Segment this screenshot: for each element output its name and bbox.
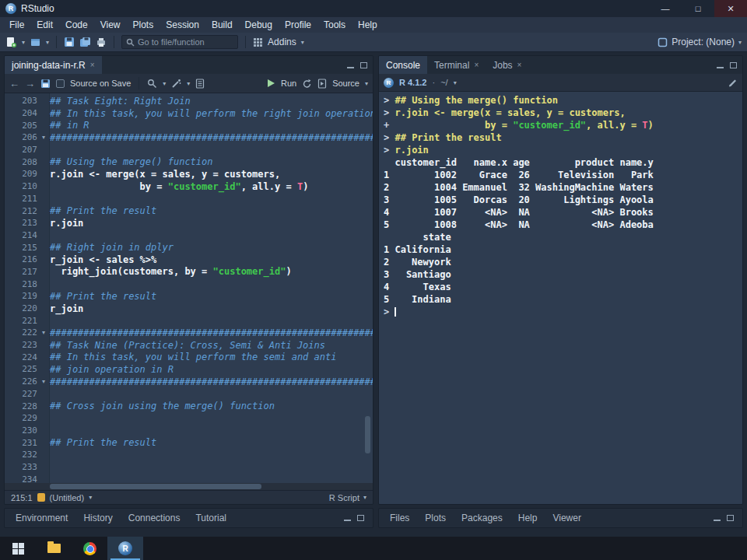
run-button[interactable]: Run — [281, 79, 296, 88]
tab-terminal[interactable]: Terminal× — [427, 56, 486, 74]
editor-vertical-scrollbar[interactable] — [365, 93, 372, 483]
code-line[interactable]: 224## In this task, you will perform the… — [5, 351, 373, 363]
code-editor[interactable]: 203## Task Eight: Right Join204## In thi… — [5, 93, 373, 483]
code-line[interactable]: 212## Print the result — [5, 205, 373, 217]
save-icon[interactable] — [64, 37, 75, 47]
fold-icon[interactable]: ▾ — [37, 134, 50, 141]
code-line[interactable]: 218 — [5, 278, 373, 290]
code-line[interactable]: 217 right_join(customers, by = "customer… — [5, 266, 373, 278]
save-all-icon[interactable] — [79, 37, 91, 47]
code-line[interactable]: 216r_join <- sales %>% — [5, 254, 373, 266]
editor-horizontal-scrollbar[interactable] — [5, 483, 373, 490]
code-line[interactable]: 215## Right join in dplyr — [5, 241, 373, 254]
code-line[interactable]: 211 — [5, 193, 373, 205]
back-icon[interactable]: ← — [9, 79, 19, 89]
tab-packages[interactable]: Packages — [454, 509, 510, 527]
chevron-down-icon[interactable]: ▾ — [22, 39, 25, 46]
chevron-down-icon[interactable]: ▾ — [454, 79, 457, 86]
addins-button[interactable]: Addins — [268, 37, 296, 47]
tab-history[interactable]: History — [75, 509, 120, 527]
find-icon[interactable] — [147, 79, 157, 89]
tab-connections[interactable]: Connections — [121, 509, 188, 527]
code-line[interactable]: 220r_join — [5, 303, 373, 315]
rstudio-taskbar-button[interactable]: R — [107, 537, 143, 560]
code-line[interactable]: 210 by = "customer_id", all.y = T) — [5, 180, 373, 193]
code-line[interactable]: 203## Task Eight: Right Join — [5, 95, 373, 107]
close-button[interactable]: ✕ — [714, 0, 747, 17]
code-line[interactable]: 205## in R — [5, 119, 373, 131]
pane-maximize-icon[interactable] — [360, 62, 367, 68]
fold-icon[interactable]: ▾ — [37, 378, 50, 385]
tab-jobs[interactable]: Jobs× — [486, 56, 528, 74]
document-title[interactable]: (Untitled) — [50, 493, 85, 502]
pane-minimize-icon[interactable] — [717, 67, 724, 68]
menu-debug[interactable]: Debug — [239, 19, 279, 31]
rerun-icon[interactable] — [302, 79, 312, 89]
code-line[interactable]: 222▾####################################… — [5, 327, 373, 339]
menu-build[interactable]: Build — [205, 19, 239, 31]
code-line[interactable]: 207 — [5, 144, 373, 156]
fold-icon[interactable]: ▾ — [37, 329, 50, 336]
chevron-down-icon[interactable]: ▾ — [89, 494, 92, 501]
close-icon[interactable]: × — [517, 61, 522, 69]
code-line[interactable]: 229 — [5, 412, 373, 425]
tab-files[interactable]: Files — [382, 509, 417, 527]
code-line[interactable]: 221 — [5, 314, 373, 327]
new-file-icon[interactable] — [5, 37, 17, 48]
code-line[interactable]: 228## Cross join using the merge() funct… — [5, 400, 373, 412]
tab-help[interactable]: Help — [510, 509, 545, 527]
code-line[interactable]: 213r.join — [5, 217, 373, 229]
new-project-icon[interactable] — [30, 37, 41, 48]
code-line[interactable]: 230 — [5, 425, 373, 437]
project-menu[interactable]: Project: (None) ▾ — [658, 37, 742, 47]
code-line[interactable]: 219## Print the result — [5, 290, 373, 303]
goto-file-search[interactable]: Go to file/function — [121, 35, 238, 49]
source-doc-icon[interactable] — [317, 79, 327, 89]
chevron-down-icon[interactable]: ▾ — [46, 39, 49, 46]
chrome-button[interactable] — [72, 537, 107, 560]
chevron-down-icon[interactable]: ▾ — [365, 80, 368, 87]
file-type-label[interactable]: R Script — [329, 493, 359, 502]
code-line[interactable]: 223## Task Nine (Practice): Cross, Semi … — [5, 339, 373, 352]
clear-console-icon[interactable] — [728, 78, 738, 88]
code-line[interactable]: 233 — [5, 461, 373, 474]
r-version-label[interactable]: R 4.1.2 — [399, 78, 426, 87]
menu-profile[interactable]: Profile — [279, 19, 317, 31]
code-line[interactable]: 227 — [5, 388, 373, 401]
code-line[interactable]: 208## Using the merge() function — [5, 156, 373, 168]
pane-maximize-icon[interactable] — [357, 515, 364, 521]
tab-source-file[interactable]: joining-data-in-r.R × — [5, 56, 102, 74]
pane-maximize-icon[interactable] — [727, 515, 734, 521]
code-tools-wand-icon[interactable] — [171, 79, 181, 89]
close-icon[interactable]: × — [90, 61, 95, 69]
scrollbar-thumb[interactable] — [50, 484, 261, 489]
menu-code[interactable]: Code — [59, 19, 94, 31]
menu-help[interactable]: Help — [352, 19, 384, 31]
tab-plots[interactable]: Plots — [417, 509, 454, 527]
menu-tools[interactable]: Tools — [317, 19, 352, 31]
tab-tutorial[interactable]: Tutorial — [188, 509, 234, 527]
chevron-down-icon[interactable]: ▾ — [301, 39, 304, 46]
minimize-button[interactable]: — — [649, 0, 682, 17]
tab-console[interactable]: Console — [379, 56, 427, 74]
scrollbar-thumb[interactable] — [365, 416, 370, 453]
source-button[interactable]: Source — [332, 79, 359, 88]
pane-minimize-icon[interactable] — [347, 67, 354, 68]
pane-minimize-icon[interactable] — [344, 520, 351, 521]
forward-icon[interactable]: → — [25, 79, 35, 89]
compile-report-icon[interactable] — [195, 79, 205, 89]
print-icon[interactable] — [96, 37, 107, 47]
code-line[interactable]: 204## In this task, you will perform the… — [5, 107, 373, 120]
code-line[interactable]: 234 — [5, 473, 373, 483]
code-line[interactable]: 231## Print the result — [5, 436, 373, 449]
menu-session[interactable]: Session — [160, 19, 205, 31]
code-line[interactable]: 226▾####################################… — [5, 376, 373, 388]
close-icon[interactable]: × — [474, 61, 479, 69]
save-icon[interactable] — [40, 79, 51, 89]
pane-minimize-icon[interactable] — [714, 520, 721, 521]
start-button[interactable] — [0, 537, 36, 560]
chevron-down-icon[interactable]: ▾ — [163, 80, 166, 87]
tab-viewer[interactable]: Viewer — [545, 509, 588, 527]
menu-file[interactable]: File — [3, 19, 30, 31]
run-icon[interactable] — [266, 79, 275, 88]
